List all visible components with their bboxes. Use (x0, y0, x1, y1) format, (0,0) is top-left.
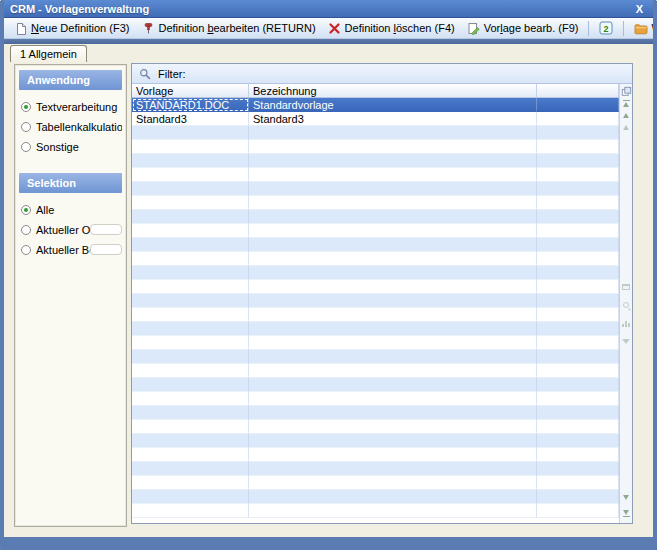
table-cell[interactable] (537, 434, 619, 448)
table-cell[interactable] (537, 238, 619, 252)
table-row-empty[interactable] (132, 406, 619, 420)
table-cell[interactable] (249, 182, 537, 196)
table-row-empty[interactable] (132, 308, 619, 322)
scroll-bottom-icon[interactable] (621, 507, 632, 519)
table-cell[interactable] (537, 392, 619, 406)
table-cell[interactable] (249, 406, 537, 420)
table-row-empty[interactable] (132, 364, 619, 378)
table-row[interactable]: STANDARD1.DOCStandardvorlage (132, 98, 619, 112)
radio-option-alle[interactable]: Alle (21, 203, 122, 216)
table-cell[interactable] (132, 168, 249, 182)
table-cell[interactable] (249, 168, 537, 182)
table-row-empty[interactable] (132, 448, 619, 462)
table-cell[interactable] (132, 196, 249, 210)
radio-option-aktueller-bediener[interactable]: Aktueller Bediener (21, 243, 122, 256)
table-row-empty[interactable] (132, 378, 619, 392)
table-cell[interactable] (249, 280, 537, 294)
table-cell[interactable] (249, 252, 537, 266)
radio-button[interactable] (21, 205, 31, 215)
table-row-empty[interactable] (132, 280, 619, 294)
table-cell[interactable] (249, 378, 537, 392)
table-cell[interactable] (537, 266, 619, 280)
table-row-empty[interactable] (132, 350, 619, 364)
table-cell[interactable] (537, 406, 619, 420)
table-cell[interactable] (537, 98, 619, 112)
table-cell[interactable]: Standard3 (249, 112, 537, 126)
search-icon[interactable] (621, 299, 632, 311)
table-cell[interactable] (249, 350, 537, 364)
table-cell[interactable] (249, 126, 537, 140)
table-cell[interactable] (537, 322, 619, 336)
table-row-empty[interactable] (132, 252, 619, 266)
table-cell[interactable] (249, 448, 537, 462)
table-row-empty[interactable] (132, 238, 619, 252)
table-cell[interactable] (537, 364, 619, 378)
print-icon[interactable] (621, 281, 632, 293)
table-cell[interactable] (249, 238, 537, 252)
table-cell[interactable] (132, 322, 249, 336)
table-row-empty[interactable] (132, 434, 619, 448)
table-row[interactable]: Standard3Standard3 (132, 112, 619, 126)
table-cell[interactable] (537, 210, 619, 224)
row-up-icon[interactable] (621, 109, 632, 121)
table-cell[interactable] (132, 378, 249, 392)
table-cell[interactable] (132, 140, 249, 154)
table-cell[interactable] (537, 378, 619, 392)
table-cell[interactable] (249, 434, 537, 448)
radio-option-tabellenkalkulation[interactable]: Tabellenkalkulation (21, 120, 122, 133)
table-row-empty[interactable] (132, 420, 619, 434)
page-up-icon[interactable] (621, 121, 632, 133)
table-cell[interactable] (132, 280, 249, 294)
table-cell[interactable] (132, 350, 249, 364)
table-cell[interactable] (132, 154, 249, 168)
table-cell[interactable] (537, 182, 619, 196)
chart-icon[interactable] (621, 317, 632, 329)
table-cell[interactable] (249, 462, 537, 476)
table-cell[interactable] (132, 448, 249, 462)
table-row-empty[interactable] (132, 196, 619, 210)
table-cell[interactable] (132, 308, 249, 322)
column-header-bezeichnung[interactable]: Bezeichnung (249, 84, 537, 97)
table-cell[interactable] (249, 308, 537, 322)
table-row-empty[interactable] (132, 504, 619, 518)
table-cell[interactable] (249, 364, 537, 378)
table-cell[interactable] (249, 196, 537, 210)
table-cell[interactable] (132, 238, 249, 252)
table-cell[interactable] (249, 294, 537, 308)
table-row-empty[interactable] (132, 168, 619, 182)
table-cell[interactable] (132, 182, 249, 196)
table-cell[interactable] (537, 336, 619, 350)
filter-magnifier-icon[interactable] (139, 68, 151, 80)
toolbar-button-word-steuerformate-f6[interactable]: Word-Steuerformate (F6) (628, 19, 657, 38)
table-cell[interactable] (132, 210, 249, 224)
column-chooser-icon[interactable] (621, 85, 632, 97)
table-cell[interactable] (537, 154, 619, 168)
table-cell[interactable] (537, 350, 619, 364)
table-cell[interactable] (132, 392, 249, 406)
radio-option-aktueller-ordner[interactable]: Aktueller Ordner (21, 223, 122, 236)
table-cell[interactable] (249, 490, 537, 504)
column-header-vorlage[interactable]: Vorlage (132, 84, 249, 97)
table-cell[interactable] (132, 490, 249, 504)
table-cell[interactable] (249, 420, 537, 434)
table-cell[interactable] (132, 294, 249, 308)
table-cell[interactable] (132, 336, 249, 350)
table-row-empty[interactable] (132, 182, 619, 196)
table-cell[interactable] (132, 266, 249, 280)
table-cell[interactable] (132, 364, 249, 378)
table-cell[interactable] (249, 210, 537, 224)
toolbar-button-refresh-2-icon[interactable]: 2 (593, 19, 619, 38)
toolbar-button-neue-definition-f3[interactable]: Neue Definition (F3) (8, 19, 135, 38)
table-cell[interactable] (132, 252, 249, 266)
table-cell[interactable] (537, 252, 619, 266)
table-cell[interactable] (249, 224, 537, 238)
table-row-empty[interactable] (132, 462, 619, 476)
table-cell[interactable] (132, 224, 249, 238)
table-cell[interactable] (132, 476, 249, 490)
table-cell[interactable] (249, 140, 537, 154)
radio-button[interactable] (21, 122, 31, 132)
table-cell[interactable] (537, 462, 619, 476)
toolbar-button-definition-bearbeiten-return[interactable]: Definition bearbeiten (RETURN) (135, 19, 321, 38)
table-row-empty[interactable] (132, 490, 619, 504)
table-cell[interactable] (537, 112, 619, 126)
